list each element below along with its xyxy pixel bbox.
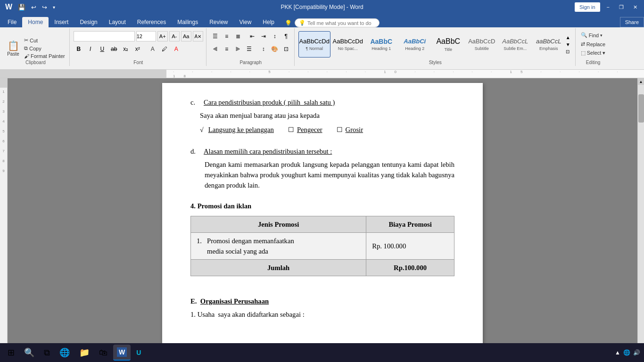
- tab-review[interactable]: Review: [204, 17, 233, 27]
- highlight-button[interactable]: 🖊: [159, 44, 170, 54]
- word-taskbar-icon: W: [117, 347, 127, 357]
- close-button[interactable]: ✕: [630, 3, 640, 11]
- style-heading1[interactable]: AaBbC Heading 1: [365, 31, 397, 58]
- show-marks-button[interactable]: ¶: [281, 31, 291, 41]
- volume-icon[interactable]: 🔊: [633, 349, 640, 356]
- vertical-scrollbar[interactable]: ▲ ▼: [637, 78, 644, 350]
- cut-button[interactable]: ✂ Cut: [23, 36, 66, 44]
- taskbar-right: ▲ 🌐 🔊: [615, 349, 640, 356]
- scroll-up-button[interactable]: ▲: [638, 78, 644, 85]
- clear-format-button[interactable]: A✕: [193, 31, 203, 41]
- style-emphasis[interactable]: aaBbCcL Emphasis: [533, 31, 565, 58]
- search-taskbar-button[interactable]: 🔍: [20, 345, 38, 361]
- strikethrough-button[interactable]: ab: [109, 44, 119, 54]
- scroll-thumb[interactable]: [638, 94, 644, 123]
- tab-insert[interactable]: Insert: [49, 17, 74, 27]
- sort-button[interactable]: ↕: [270, 31, 280, 41]
- editing-group: 🔍 Find ▾ ⇄ Replace ⬚ Select ▾ Editing: [577, 28, 610, 66]
- tab-home[interactable]: Home: [22, 17, 49, 27]
- style-subtle-em[interactable]: AaBbCcL Subtle Em...: [499, 31, 531, 58]
- select-button[interactable]: ⬚ Select ▾: [579, 49, 607, 57]
- style-normal[interactable]: AaBbCcDd ¶ Normal: [298, 31, 330, 58]
- tab-layout[interactable]: Layout: [103, 17, 132, 27]
- document-area: 123 456 789 c. Cara pendistribusian prod…: [0, 78, 644, 350]
- clipboard-label: Clipboard: [25, 60, 46, 65]
- styles-scroll[interactable]: ▲ ▼ ⊡: [565, 34, 572, 55]
- numbering-button[interactable]: ≡: [222, 31, 232, 41]
- increase-indent-button[interactable]: ⇥: [258, 31, 269, 41]
- section-d: d. Alasan memilih cara pendistribusian t…: [190, 146, 454, 156]
- tab-mailings[interactable]: Mailings: [172, 17, 204, 27]
- uplotify-button[interactable]: U: [132, 345, 145, 361]
- file-explorer-button[interactable]: 📁: [75, 345, 93, 361]
- find-dropdown-icon[interactable]: ▾: [600, 33, 603, 38]
- grow-font-button[interactable]: A+: [157, 31, 168, 41]
- multilevel-button[interactable]: ≣: [233, 31, 243, 41]
- find-button[interactable]: 🔍 Find ▾: [579, 31, 607, 39]
- document-scroll[interactable]: c. Cara pendistribusian produk ( pilih s…: [8, 78, 637, 350]
- tab-help[interactable]: Help: [257, 17, 280, 27]
- restore-button[interactable]: ❐: [616, 3, 627, 11]
- tab-file[interactable]: File: [2, 17, 22, 27]
- promotion-table: Jenis Promosi Biaya Promosi 1. Promosi d…: [190, 216, 454, 276]
- style-no-space[interactable]: AaBbCcDd No Spac...: [332, 31, 364, 58]
- style-title[interactable]: AaBbC Title: [432, 31, 464, 58]
- tab-references[interactable]: References: [132, 17, 172, 27]
- file-explorer-icon: 📁: [79, 347, 90, 358]
- styles-down-icon[interactable]: ▼: [566, 42, 571, 47]
- search-taskbar-icon: 🔍: [24, 347, 34, 358]
- system-tray[interactable]: ▲: [615, 349, 620, 356]
- edge-button[interactable]: 🌐: [56, 345, 74, 361]
- shading-button[interactable]: 🎨: [270, 44, 280, 54]
- align-center-button[interactable]: ≡: [222, 44, 232, 54]
- font-size-input[interactable]: [136, 31, 156, 41]
- share-button[interactable]: Share: [620, 17, 644, 27]
- windows-start-button[interactable]: ⊞: [4, 345, 18, 361]
- text-color-button[interactable]: A: [171, 44, 182, 54]
- replace-icon: ⇄: [581, 41, 585, 47]
- word-taskbar-button[interactable]: W: [113, 345, 131, 361]
- copy-button[interactable]: ⧉ Copy: [23, 44, 66, 52]
- task-view-button[interactable]: ⧉: [40, 345, 54, 361]
- justify-button[interactable]: ☰: [244, 44, 255, 54]
- bullets-button[interactable]: ☰: [210, 31, 221, 41]
- tab-design[interactable]: Design: [74, 17, 103, 27]
- tell-me-input[interactable]: [307, 20, 373, 26]
- underline-button[interactable]: U: [97, 44, 107, 54]
- align-left-button[interactable]: ⫷: [210, 44, 221, 54]
- customize-icon[interactable]: ▾: [51, 4, 57, 11]
- decrease-indent-button[interactable]: ⇤: [247, 31, 257, 41]
- undo-icon[interactable]: ↩: [30, 3, 38, 12]
- section-d-label: d.: [190, 146, 200, 156]
- change-case-button[interactable]: Aa: [181, 31, 191, 41]
- option-wholesale-label: Grosir: [346, 124, 363, 135]
- minimize-button[interactable]: −: [604, 3, 612, 11]
- network-icon[interactable]: 🌐: [623, 349, 630, 356]
- styles-up-icon[interactable]: ▲: [566, 35, 571, 40]
- tab-view[interactable]: View: [234, 17, 257, 27]
- paste-button[interactable]: 📋 Paste: [5, 39, 22, 58]
- align-right-button[interactable]: ⫸: [233, 44, 243, 54]
- sign-in-button[interactable]: Sign in: [575, 2, 600, 12]
- style-subtitle[interactable]: AaBbCcD Subtitle: [466, 31, 498, 58]
- section-c-line1: Saya akan menjual barang atau jasa kepad…: [200, 110, 454, 121]
- replace-button[interactable]: ⇄ Replace: [579, 40, 607, 48]
- styles-expand-icon[interactable]: ⊡: [566, 49, 571, 54]
- subscript-button[interactable]: x₂: [121, 44, 131, 54]
- para-row-2: ⫷ ≡ ⫸ ☰ ↕ 🎨 ⊡: [210, 44, 291, 54]
- line-spacing-button[interactable]: ↕: [258, 44, 269, 54]
- tell-me-box[interactable]: 💡: [295, 18, 380, 27]
- store-button[interactable]: 🛍: [95, 345, 111, 361]
- redo-icon[interactable]: ↪: [41, 3, 49, 12]
- italic-button[interactable]: I: [85, 44, 96, 54]
- store-icon: 🛍: [99, 348, 107, 358]
- font-name-input[interactable]: [74, 31, 135, 41]
- borders-button[interactable]: ⊡: [281, 44, 291, 54]
- format-painter-button[interactable]: 🖌 Format Painter: [23, 52, 66, 60]
- font-color-button[interactable]: A: [148, 44, 158, 54]
- bold-button[interactable]: B: [74, 44, 84, 54]
- style-heading2[interactable]: AaBbCi Heading 2: [399, 31, 431, 58]
- shrink-font-button[interactable]: A-: [169, 31, 180, 41]
- superscript-button[interactable]: x²: [132, 44, 143, 54]
- save-icon[interactable]: 💾: [17, 3, 27, 12]
